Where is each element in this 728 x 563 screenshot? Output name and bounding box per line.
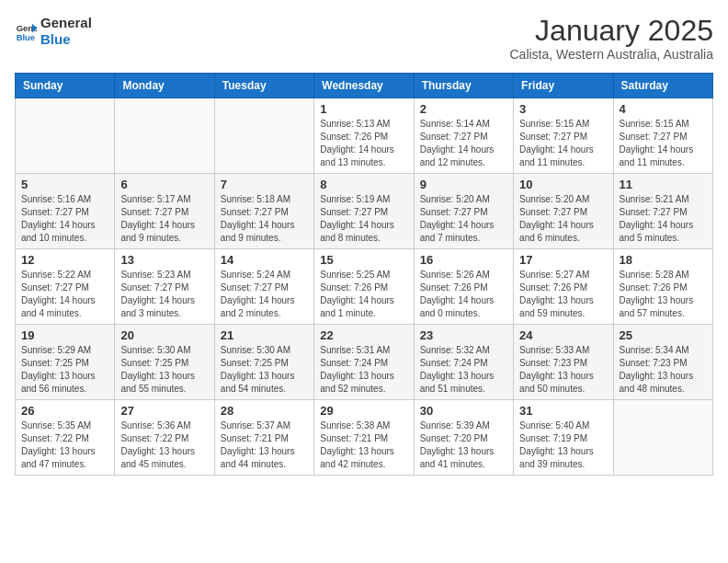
day-info: Sunrise: 5:38 AM Sunset: 7:21 PM Dayligh… xyxy=(320,419,407,471)
calendar-cell: 14Sunrise: 5:24 AM Sunset: 7:27 PM Dayli… xyxy=(214,249,313,325)
day-number: 19 xyxy=(21,328,108,342)
day-number: 12 xyxy=(21,253,108,267)
calendar-cell: 21Sunrise: 5:30 AM Sunset: 7:25 PM Dayli… xyxy=(214,325,313,400)
day-info: Sunrise: 5:20 AM Sunset: 7:27 PM Dayligh… xyxy=(519,193,607,245)
day-info: Sunrise: 5:33 AM Sunset: 7:23 PM Dayligh… xyxy=(519,344,607,396)
day-info: Sunrise: 5:36 AM Sunset: 7:22 PM Dayligh… xyxy=(120,419,208,471)
day-header-saturday: Saturday xyxy=(613,74,712,98)
calendar-cell: 10Sunrise: 5:20 AM Sunset: 7:27 PM Dayli… xyxy=(514,174,613,249)
day-number: 27 xyxy=(120,404,208,418)
calendar-cell: 28Sunrise: 5:37 AM Sunset: 7:21 PM Dayli… xyxy=(214,400,313,476)
day-info: Sunrise: 5:13 AM Sunset: 7:26 PM Dayligh… xyxy=(320,118,407,169)
day-info: Sunrise: 5:15 AM Sunset: 7:27 PM Dayligh… xyxy=(620,118,707,169)
calendar: SundayMondayTuesdayWednesdayThursdayFrid… xyxy=(15,73,713,476)
calendar-cell: 9Sunrise: 5:20 AM Sunset: 7:27 PM Daylig… xyxy=(414,174,513,249)
svg-text:Blue: Blue xyxy=(17,32,35,42)
calendar-cell: 8Sunrise: 5:19 AM Sunset: 7:27 PM Daylig… xyxy=(314,174,414,249)
day-number: 2 xyxy=(420,102,507,116)
calendar-cell: 19Sunrise: 5:29 AM Sunset: 7:25 PM Dayli… xyxy=(16,325,115,400)
day-header-monday: Monday xyxy=(115,74,214,98)
calendar-cell: 27Sunrise: 5:36 AM Sunset: 7:22 PM Dayli… xyxy=(115,400,214,476)
day-info: Sunrise: 5:34 AM Sunset: 7:23 PM Dayligh… xyxy=(620,344,707,396)
day-number: 1 xyxy=(320,102,407,116)
calendar-cell: 29Sunrise: 5:38 AM Sunset: 7:21 PM Dayli… xyxy=(314,400,414,476)
calendar-week-row: 26Sunrise: 5:35 AM Sunset: 7:22 PM Dayli… xyxy=(16,400,713,476)
calendar-cell: 24Sunrise: 5:33 AM Sunset: 7:23 PM Dayli… xyxy=(514,325,613,400)
day-info: Sunrise: 5:35 AM Sunset: 7:22 PM Dayligh… xyxy=(21,419,108,471)
calendar-cell: 22Sunrise: 5:31 AM Sunset: 7:24 PM Dayli… xyxy=(314,325,414,400)
day-info: Sunrise: 5:22 AM Sunset: 7:27 PM Dayligh… xyxy=(21,269,108,320)
day-number: 20 xyxy=(120,328,208,342)
day-number: 6 xyxy=(120,178,208,191)
day-header-tuesday: Tuesday xyxy=(214,74,313,98)
day-number: 13 xyxy=(120,253,208,267)
day-info: Sunrise: 5:29 AM Sunset: 7:25 PM Dayligh… xyxy=(21,344,108,396)
day-number: 28 xyxy=(221,404,308,418)
logo-general-text: General xyxy=(40,15,92,30)
day-number: 5 xyxy=(21,178,108,191)
calendar-week-row: 1Sunrise: 5:13 AM Sunset: 7:26 PM Daylig… xyxy=(16,98,713,174)
logo-icon: General Blue xyxy=(15,20,37,42)
day-info: Sunrise: 5:25 AM Sunset: 7:26 PM Dayligh… xyxy=(320,269,407,320)
day-header-wednesday: Wednesday xyxy=(314,74,414,98)
calendar-cell: 16Sunrise: 5:26 AM Sunset: 7:26 PM Dayli… xyxy=(414,249,513,325)
day-number: 25 xyxy=(620,328,707,342)
day-info: Sunrise: 5:31 AM Sunset: 7:24 PM Dayligh… xyxy=(320,344,407,396)
day-header-sunday: Sunday xyxy=(16,74,115,98)
calendar-cell: 11Sunrise: 5:21 AM Sunset: 7:27 PM Dayli… xyxy=(613,174,712,249)
day-number: 16 xyxy=(420,253,507,267)
day-info: Sunrise: 5:19 AM Sunset: 7:27 PM Dayligh… xyxy=(320,193,407,245)
calendar-week-row: 19Sunrise: 5:29 AM Sunset: 7:25 PM Dayli… xyxy=(16,325,713,400)
calendar-cell xyxy=(613,400,712,476)
day-number: 30 xyxy=(420,404,507,418)
day-number: 22 xyxy=(320,328,407,342)
day-info: Sunrise: 5:24 AM Sunset: 7:27 PM Dayligh… xyxy=(221,269,308,320)
calendar-cell xyxy=(16,98,115,174)
day-header-thursday: Thursday xyxy=(414,74,513,98)
logo: General Blue General Blue xyxy=(15,15,92,47)
calendar-cell: 15Sunrise: 5:25 AM Sunset: 7:26 PM Dayli… xyxy=(314,249,414,325)
calendar-cell xyxy=(115,98,214,174)
calendar-cell: 17Sunrise: 5:27 AM Sunset: 7:26 PM Dayli… xyxy=(514,249,613,325)
day-info: Sunrise: 5:17 AM Sunset: 7:27 PM Dayligh… xyxy=(120,193,208,245)
day-number: 21 xyxy=(221,328,308,342)
day-number: 10 xyxy=(519,178,607,191)
day-number: 17 xyxy=(519,253,607,267)
day-info: Sunrise: 5:23 AM Sunset: 7:27 PM Dayligh… xyxy=(120,269,208,320)
location-title: Calista, Western Australia, Australia xyxy=(509,47,713,62)
day-number: 7 xyxy=(221,178,308,191)
day-number: 31 xyxy=(519,404,607,418)
calendar-cell xyxy=(214,98,313,174)
calendar-cell: 20Sunrise: 5:30 AM Sunset: 7:25 PM Dayli… xyxy=(115,325,214,400)
day-number: 23 xyxy=(420,328,507,342)
calendar-cell: 30Sunrise: 5:39 AM Sunset: 7:20 PM Dayli… xyxy=(414,400,513,476)
logo-blue-text: Blue xyxy=(40,31,71,47)
month-title: January 2025 xyxy=(509,15,713,47)
day-info: Sunrise: 5:18 AM Sunset: 7:27 PM Dayligh… xyxy=(221,193,308,245)
day-info: Sunrise: 5:32 AM Sunset: 7:24 PM Dayligh… xyxy=(420,344,507,396)
title-area: January 2025 Calista, Western Australia,… xyxy=(509,15,713,62)
day-info: Sunrise: 5:16 AM Sunset: 7:27 PM Dayligh… xyxy=(21,193,108,245)
day-info: Sunrise: 5:30 AM Sunset: 7:25 PM Dayligh… xyxy=(120,344,208,396)
calendar-cell: 18Sunrise: 5:28 AM Sunset: 7:26 PM Dayli… xyxy=(613,249,712,325)
day-info: Sunrise: 5:30 AM Sunset: 7:25 PM Dayligh… xyxy=(221,344,308,396)
day-number: 9 xyxy=(420,178,507,191)
day-info: Sunrise: 5:28 AM Sunset: 7:26 PM Dayligh… xyxy=(620,269,707,320)
day-number: 14 xyxy=(221,253,308,267)
day-number: 3 xyxy=(519,102,607,116)
day-number: 24 xyxy=(519,328,607,342)
calendar-cell: 13Sunrise: 5:23 AM Sunset: 7:27 PM Dayli… xyxy=(115,249,214,325)
calendar-cell: 6Sunrise: 5:17 AM Sunset: 7:27 PM Daylig… xyxy=(115,174,214,249)
calendar-week-row: 12Sunrise: 5:22 AM Sunset: 7:27 PM Dayli… xyxy=(16,249,713,325)
calendar-cell: 1Sunrise: 5:13 AM Sunset: 7:26 PM Daylig… xyxy=(314,98,414,174)
calendar-cell: 25Sunrise: 5:34 AM Sunset: 7:23 PM Dayli… xyxy=(613,325,712,400)
calendar-cell: 7Sunrise: 5:18 AM Sunset: 7:27 PM Daylig… xyxy=(214,174,313,249)
calendar-cell: 5Sunrise: 5:16 AM Sunset: 7:27 PM Daylig… xyxy=(16,174,115,249)
day-number: 26 xyxy=(21,404,108,418)
day-info: Sunrise: 5:20 AM Sunset: 7:27 PM Dayligh… xyxy=(420,193,507,245)
calendar-cell: 31Sunrise: 5:40 AM Sunset: 7:19 PM Dayli… xyxy=(514,400,613,476)
calendar-cell: 26Sunrise: 5:35 AM Sunset: 7:22 PM Dayli… xyxy=(16,400,115,476)
day-info: Sunrise: 5:39 AM Sunset: 7:20 PM Dayligh… xyxy=(420,419,507,471)
calendar-header-row: SundayMondayTuesdayWednesdayThursdayFrid… xyxy=(16,74,713,98)
day-number: 4 xyxy=(620,102,707,116)
